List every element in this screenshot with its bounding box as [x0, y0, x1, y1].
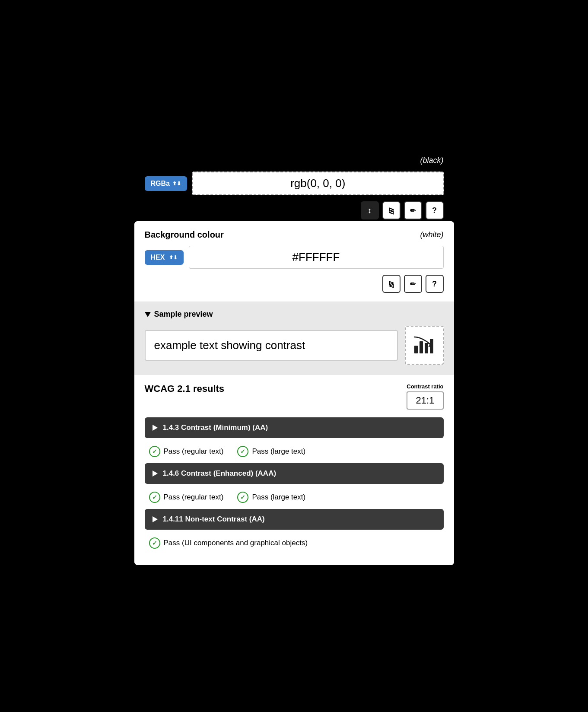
sort-icon: ↕	[368, 206, 372, 215]
pass-label-large-aa: Pass (large text)	[252, 447, 305, 456]
bg-title: Background colour	[145, 230, 224, 240]
pass-list-1-4-11: ✓ Pass (UI components and graphical obje…	[145, 536, 444, 555]
fg-format-arrow: ⬆⬇	[172, 181, 181, 187]
svg-rect-3	[430, 339, 433, 353]
bg-format-label: HEX	[151, 254, 165, 261]
criterion-1-4-3-label: 1.4.3 Contrast (Minimum) (AA)	[163, 423, 268, 432]
bg-color-name: (white)	[420, 230, 443, 239]
pass-label-regular-aa: Pass (regular text)	[164, 447, 224, 456]
bg-toolbar: ⧎ ✏ ?	[145, 275, 444, 293]
fg-toolbar: ↕ ⧎ ✏ ?	[145, 201, 444, 219]
expand-icon-1-4-6	[153, 470, 158, 477]
bg-section: Background colour (white) HEX ⬆⬇ ⧎ ✏ ?	[134, 221, 454, 302]
bg-help-btn[interactable]: ?	[426, 275, 444, 293]
fg-input-row: RGBa ⬆⬇	[145, 172, 444, 195]
preview-chart-box[interactable]	[405, 326, 444, 365]
svg-rect-1	[420, 341, 423, 353]
help-icon: ?	[432, 206, 437, 215]
expand-icon-1-4-3	[153, 425, 158, 431]
contrast-ratio-value: 21:1	[407, 391, 443, 410]
fg-sliders-btn[interactable]: ⧎	[382, 201, 400, 219]
preview-section: Sample preview example text showing cont…	[134, 302, 454, 374]
pass-label-regular-aaa: Pass (regular text)	[164, 493, 224, 502]
pass-list-1-4-3: ✓ Pass (regular text) ✓ Pass (large text…	[145, 444, 444, 463]
pass-item-large-aaa: ✓ Pass (large text)	[237, 492, 305, 503]
bg-help-icon: ?	[432, 280, 437, 289]
collapse-icon[interactable]	[145, 312, 151, 317]
preview-header: Sample preview	[145, 310, 444, 319]
preview-title: Sample preview	[154, 310, 213, 319]
main-card: Background colour (white) HEX ⬆⬇ ⧎ ✏ ?	[134, 221, 454, 565]
expand-icon-1-4-11	[153, 516, 158, 522]
fg-section-header: Foreground colour (black)	[145, 156, 444, 165]
bg-format-arrow: ⬆⬇	[169, 254, 178, 261]
pass-item-regular-aaa: ✓ Pass (regular text)	[149, 492, 224, 503]
fg-color-input[interactable]	[192, 172, 444, 195]
bg-input-row: HEX ⬆⬇	[145, 246, 444, 269]
pass-label-large-aaa: Pass (large text)	[252, 493, 305, 502]
preview-text-box: example text showing contrast	[145, 330, 398, 361]
bg-sliders-btn[interactable]: ⧎	[382, 275, 400, 293]
wcag-header: WCAG 2.1 results Contrast ratio 21:1	[145, 383, 444, 410]
pass-list-1-4-6: ✓ Pass (regular text) ✓ Pass (large text…	[145, 490, 444, 509]
preview-content: example text showing contrast	[145, 326, 444, 365]
fg-eyedropper-btn[interactable]: ✏	[404, 201, 422, 219]
bg-section-header: Background colour (white)	[145, 230, 444, 240]
pass-checkmark-large-aa: ✓	[237, 446, 248, 457]
criterion-1-4-11[interactable]: 1.4.11 Non-text Contrast (AA)	[145, 509, 444, 530]
pass-checkmark-regular-aa: ✓	[149, 446, 160, 457]
wcag-section: WCAG 2.1 results Contrast ratio 21:1 1.4…	[134, 375, 454, 565]
bg-eyedropper-btn[interactable]: ✏	[404, 275, 422, 293]
bg-format-select[interactable]: HEX ⬆⬇	[145, 250, 184, 265]
svg-rect-0	[414, 346, 418, 353]
fg-format-label: RGBa	[151, 180, 170, 188]
pass-item-ui: ✓ Pass (UI components and graphical obje…	[149, 537, 308, 549]
fg-format-select[interactable]: RGBa ⬆⬇	[145, 176, 187, 191]
contrast-ratio-box: Contrast ratio 21:1	[407, 383, 443, 410]
criterion-1-4-6-label: 1.4.6 Contrast (Enhanced) (AAA)	[163, 469, 277, 478]
preview-sample-text: example text showing contrast	[154, 339, 305, 352]
criterion-1-4-6[interactable]: 1.4.6 Contrast (Enhanced) (AAA)	[145, 463, 444, 484]
pass-label-ui: Pass (UI components and graphical object…	[164, 539, 308, 547]
pass-item-large-aa: ✓ Pass (large text)	[237, 446, 305, 457]
bg-eyedropper-icon: ✏	[410, 280, 416, 288]
eyedropper-icon: ✏	[410, 207, 416, 215]
chart-icon	[413, 334, 436, 357]
svg-rect-2	[425, 343, 428, 353]
outer-container: Foreground colour (black) RGBa ⬆⬇ ↕ ⧎ ✏ …	[126, 138, 463, 574]
pass-checkmark-ui: ✓	[149, 537, 160, 549]
fg-help-btn[interactable]: ?	[426, 201, 444, 219]
fg-sort-btn[interactable]: ↕	[361, 201, 379, 219]
fg-title: Foreground colour	[145, 156, 222, 165]
wcag-title: WCAG 2.1 results	[145, 383, 225, 394]
bg-color-input[interactable]	[189, 246, 444, 269]
pass-item-regular-aa: ✓ Pass (regular text)	[149, 446, 224, 457]
criterion-1-4-3[interactable]: 1.4.3 Contrast (Minimum) (AA)	[145, 417, 444, 438]
criterion-1-4-11-label: 1.4.11 Non-text Contrast (AA)	[163, 515, 265, 524]
bg-sliders-icon: ⧎	[388, 280, 394, 288]
pass-checkmark-regular-aaa: ✓	[149, 492, 160, 503]
contrast-ratio-label: Contrast ratio	[407, 383, 443, 390]
sliders-icon: ⧎	[388, 207, 394, 215]
pass-checkmark-large-aaa: ✓	[237, 492, 248, 503]
fg-color-name: (black)	[420, 156, 443, 165]
